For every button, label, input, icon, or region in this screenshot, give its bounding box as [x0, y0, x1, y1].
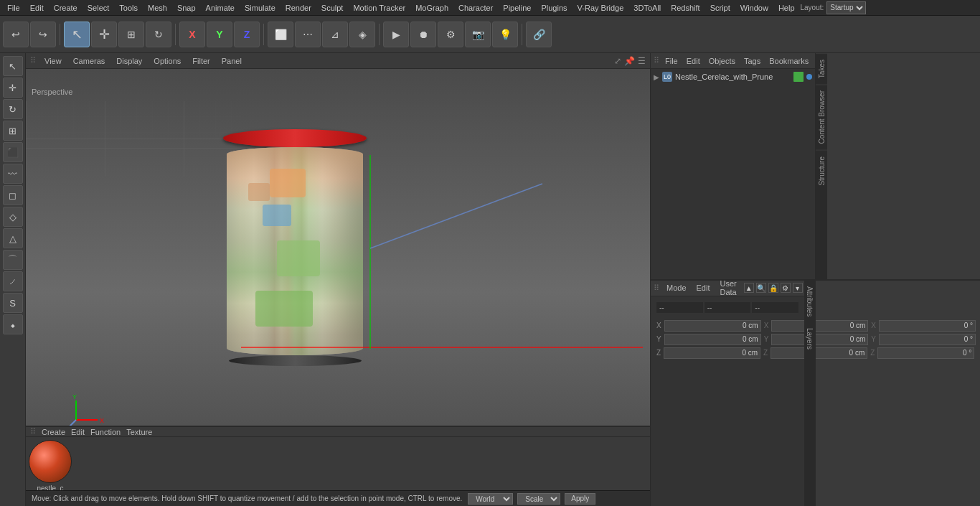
- sidebar-btn-7[interactable]: ◻: [3, 185, 23, 205]
- material-ball[interactable]: [29, 440, 72, 483]
- coord-z-rot[interactable]: [877, 347, 974, 359]
- material-create-btn[interactable]: Create: [42, 428, 65, 436]
- viewport-display-btn[interactable]: Display: [113, 56, 145, 66]
- object-dot-tag[interactable]: [806, 74, 812, 80]
- objects-bookmarks-btn[interactable]: Bookmarks: [766, 57, 811, 65]
- coord-z-pos[interactable]: [664, 347, 760, 359]
- menu-simulate[interactable]: Simulate: [240, 2, 280, 14]
- menu-redshift[interactable]: Redshift: [666, 2, 704, 14]
- menu-motion-tracker[interactable]: Motion Tracker: [349, 2, 410, 14]
- polygon-mode-button[interactable]: ◈: [349, 22, 375, 47]
- menu-snap[interactable]: Snap: [173, 2, 200, 14]
- attributes-userdata-btn[interactable]: User Data: [717, 279, 740, 296]
- sidebar-btn-13[interactable]: ⬥: [3, 314, 23, 334]
- render-settings-button[interactable]: ⚙: [438, 22, 463, 47]
- menu-vray[interactable]: V-Ray Bridge: [573, 2, 628, 14]
- tab-takes[interactable]: Takes: [816, 53, 827, 84]
- menu-character[interactable]: Character: [454, 2, 497, 14]
- x-axis-button[interactable]: X: [179, 22, 205, 47]
- menu-edit[interactable]: Edit: [26, 2, 48, 14]
- edge-mode-button[interactable]: ⊿: [322, 22, 348, 47]
- render-to-po-button[interactable]: ⏺: [410, 22, 436, 47]
- menu-script[interactable]: Script: [706, 2, 735, 14]
- snap-button[interactable]: 🔗: [526, 22, 552, 47]
- viewport-filter-btn[interactable]: Filter: [189, 56, 212, 66]
- menu-file[interactable]: File: [3, 2, 24, 14]
- attributes-icon-2[interactable]: 🔍: [756, 283, 766, 293]
- viewport-view-btn[interactable]: View: [42, 56, 65, 66]
- menu-sculpt[interactable]: Sculpt: [317, 2, 348, 14]
- menu-help[interactable]: Help: [774, 2, 799, 14]
- layout-select[interactable]: Startup: [826, 1, 866, 14]
- coord-x-rot[interactable]: [879, 320, 976, 332]
- objects-file-btn[interactable]: File: [662, 57, 681, 65]
- tab-structure[interactable]: Structure: [816, 150, 827, 192]
- scale-tool-button[interactable]: ⊞: [118, 22, 144, 47]
- apply-button[interactable]: Apply: [565, 493, 595, 505]
- scale-select[interactable]: Scale: [517, 493, 560, 505]
- sidebar-btn-1[interactable]: ↖: [3, 56, 23, 76]
- select-tool-button[interactable]: ↖: [64, 22, 90, 47]
- object-green-tag[interactable]: [793, 72, 804, 82]
- y-axis-button[interactable]: Y: [207, 22, 232, 47]
- menu-animate[interactable]: Animate: [202, 2, 239, 14]
- coord-y-rot[interactable]: [879, 334, 976, 345]
- viewport-panel-btn[interactable]: Panel: [219, 56, 245, 66]
- attributes-icon-3[interactable]: 🔒: [768, 283, 778, 293]
- undo-button[interactable]: ↩: [3, 22, 29, 47]
- move-tool-button[interactable]: ✛: [91, 22, 117, 47]
- viewport-menu-icon[interactable]: ☰: [638, 56, 646, 66]
- attributes-mode-btn[interactable]: Mode: [664, 284, 689, 292]
- viewport-expand-icon[interactable]: ⤢: [614, 56, 621, 66]
- objects-edit-btn[interactable]: Edit: [684, 57, 703, 65]
- menu-render[interactable]: Render: [281, 2, 316, 14]
- objects-tags-btn[interactable]: Tags: [741, 57, 763, 65]
- material-texture-btn[interactable]: Texture: [126, 428, 152, 436]
- menu-create[interactable]: Create: [50, 2, 82, 14]
- sidebar-btn-12[interactable]: S: [3, 293, 23, 313]
- sidebar-btn-5[interactable]: ⬛: [3, 142, 23, 162]
- viewport-scene[interactable]: Perspective: [26, 69, 650, 426]
- viewport-options-btn[interactable]: Options: [151, 56, 184, 66]
- object-mode-button[interactable]: ⬜: [268, 22, 293, 47]
- menu-tools[interactable]: Tools: [115, 2, 142, 14]
- sidebar-btn-9[interactable]: △: [3, 228, 23, 248]
- menu-mesh[interactable]: Mesh: [143, 2, 171, 14]
- coord-x-pos[interactable]: [664, 320, 761, 332]
- material-item-nestle[interactable]: nestle_c: [29, 440, 72, 492]
- sidebar-btn-3[interactable]: ↻: [3, 99, 23, 119]
- rotate-tool-button[interactable]: ↻: [146, 22, 171, 47]
- sidebar-btn-8[interactable]: ◇: [3, 207, 23, 227]
- coord-y-pos[interactable]: [664, 334, 761, 345]
- material-edit-btn[interactable]: Edit: [71, 428, 85, 436]
- attributes-icon-1[interactable]: ▲: [744, 283, 754, 293]
- sidebar-btn-11[interactable]: ⟋: [3, 271, 23, 291]
- viewport[interactable]: ⠿ View Cameras Display Options Filter Pa…: [26, 53, 650, 426]
- menu-3dtoall[interactable]: 3DToAll: [629, 2, 665, 14]
- sidebar-btn-2[interactable]: ✛: [3, 78, 23, 98]
- z-axis-button[interactable]: Z: [234, 22, 260, 47]
- viewport-cameras-btn[interactable]: Cameras: [70, 56, 108, 66]
- menu-window[interactable]: Window: [736, 2, 773, 14]
- material-function-btn[interactable]: Function: [90, 428, 121, 436]
- attributes-icon-5[interactable]: ▾: [793, 283, 803, 293]
- tab-layers[interactable]: Layers: [804, 322, 816, 355]
- attributes-icon-4[interactable]: ⚙: [781, 283, 791, 293]
- sidebar-btn-4[interactable]: ⊞: [3, 121, 23, 141]
- sidebar-btn-6[interactable]: 〰: [3, 164, 23, 184]
- point-mode-button[interactable]: ⋯: [295, 22, 321, 47]
- coord-x-size[interactable]: [771, 320, 868, 332]
- attributes-edit-btn[interactable]: Edit: [694, 284, 713, 292]
- menu-mograph[interactable]: MoGraph: [411, 2, 453, 14]
- light-button[interactable]: 💡: [492, 22, 518, 47]
- sidebar-btn-10[interactable]: ⌒: [3, 250, 23, 270]
- tab-content-browser[interactable]: Content Browser: [816, 84, 827, 149]
- redo-button[interactable]: ↪: [30, 22, 56, 47]
- objects-objects-btn[interactable]: Objects: [706, 57, 738, 65]
- menu-pipeline[interactable]: Pipeline: [499, 2, 535, 14]
- coord-y-size[interactable]: [771, 334, 868, 345]
- camera-button[interactable]: 📷: [465, 22, 491, 47]
- world-select[interactable]: World Object: [468, 493, 513, 505]
- object-row-nestle[interactable]: ▶ L0 Nestle_Cerelac_with_Prune: [651, 69, 815, 85]
- tab-attributes[interactable]: Attributes: [804, 281, 816, 322]
